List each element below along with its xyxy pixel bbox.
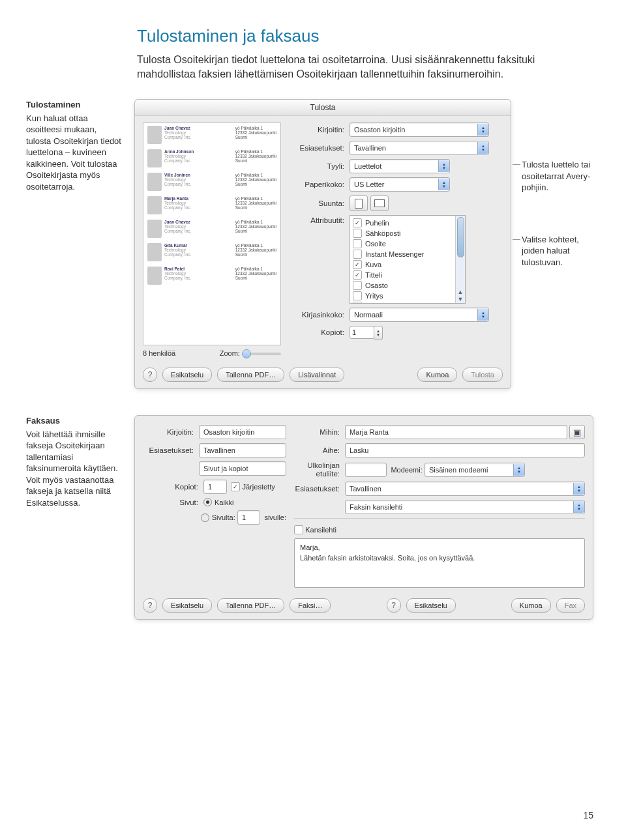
print-button[interactable]: Tulosta xyxy=(462,368,503,382)
style-select[interactable]: Luettelot▲▼ xyxy=(350,159,450,173)
orientation-landscape[interactable] xyxy=(370,196,389,211)
fax-help-button[interactable]: ? xyxy=(143,598,157,613)
fax-cancel-button[interactable]: Kumoa xyxy=(511,598,551,613)
orientation-portrait[interactable] xyxy=(350,196,368,211)
zoom-slider[interactable] xyxy=(242,353,281,355)
aside-fax: Faksaus Voit lähettää ihmisille fakseja … xyxy=(26,415,124,508)
print-dialog: Tulosta Juan ChavezTechnologyCompany, In… xyxy=(134,99,511,389)
papersize-select[interactable]: US Letter▲▼ xyxy=(350,177,450,192)
fax-preview-button[interactable]: Esikatselu xyxy=(162,598,212,613)
fontsize-select[interactable]: Normaali▲▼ xyxy=(350,308,489,322)
collated-check[interactable] xyxy=(231,482,240,491)
attributes-list[interactable]: ▲▼ PuhelinSähköpostiOsoiteInstant Messen… xyxy=(350,215,466,304)
fax-send-button[interactable]: Fax xyxy=(556,598,585,613)
more-options-button[interactable]: Lisävalinnat xyxy=(290,368,344,382)
page-title: Tulostaminen ja faksaus xyxy=(137,26,593,46)
save-pdf-button[interactable]: Tallenna PDF… xyxy=(217,368,284,382)
cover-text[interactable]: Marja,Lähetän faksin arkistoitavaksi. So… xyxy=(294,538,585,588)
fax-dialog: Kirjoitin:Osaston kirjoitin Esiasetukset… xyxy=(134,415,593,620)
intro-text: Tulosta Osoitekirjan tiedot luettelona t… xyxy=(137,53,593,81)
copies-stepper[interactable]: 1▲▼ xyxy=(350,326,374,339)
callout-attrs: Valitse kohteet, joiden haluat tulostuva… xyxy=(522,234,593,268)
cancel-button[interactable]: Kumoa xyxy=(417,368,457,382)
fax-prefix-input[interactable] xyxy=(345,463,387,477)
fax-preview2-button[interactable]: Esikatselu xyxy=(406,598,456,613)
fax-preset2-select[interactable]: Tavallinen▲▼ xyxy=(345,482,585,496)
fax-subject-input[interactable]: Lasku xyxy=(345,443,585,457)
fax-save-pdf-button[interactable]: Tallenna PDF… xyxy=(217,598,284,613)
pages-from-radio[interactable] xyxy=(201,514,209,522)
contact-picker-icon[interactable]: ▣ xyxy=(569,425,585,439)
callout-style: Tulosta luettelo tai osoitetarrat Avery-… xyxy=(522,159,593,194)
print-preview: Juan ChavezTechnologyCompany, Inc.yö Päi… xyxy=(143,123,281,345)
people-count: 8 henkilöä xyxy=(143,349,175,357)
fax-pagescopies-select[interactable]: Sivut ja kopiot xyxy=(199,461,286,476)
fax-faksi-button[interactable]: Faksi… xyxy=(290,598,331,613)
page-number: 15 xyxy=(583,810,593,820)
preset-select[interactable]: Tavallinen▲▼ xyxy=(350,141,489,155)
fax-printer-select[interactable]: Osaston kirjoitin xyxy=(199,425,286,439)
aside-print: Tulostaminen Kun haluat ottaa osoitteesi… xyxy=(26,99,124,192)
print-title: Tulosta xyxy=(135,100,511,116)
fax-preset-select[interactable]: Tavallinen xyxy=(199,443,286,457)
help-button[interactable]: ? xyxy=(143,368,157,382)
fax-to-input[interactable]: Marja Ranta xyxy=(345,425,567,439)
cover-check[interactable] xyxy=(294,525,303,534)
fax-modem-select[interactable]: Sisäinen modeemi▲▼ xyxy=(425,463,525,477)
page-from-input[interactable]: 1 xyxy=(237,510,260,525)
printer-select[interactable]: Osaston kirjoitin▲▼ xyxy=(350,123,489,137)
fax-help2-button[interactable]: ? xyxy=(387,598,401,613)
preview-button[interactable]: Esikatselu xyxy=(162,368,212,382)
fax-copies-input[interactable]: 1 xyxy=(203,480,227,494)
pages-all-radio[interactable] xyxy=(203,498,212,506)
fax-cover-select[interactable]: Faksin kansilehti▲▼ xyxy=(345,500,585,514)
